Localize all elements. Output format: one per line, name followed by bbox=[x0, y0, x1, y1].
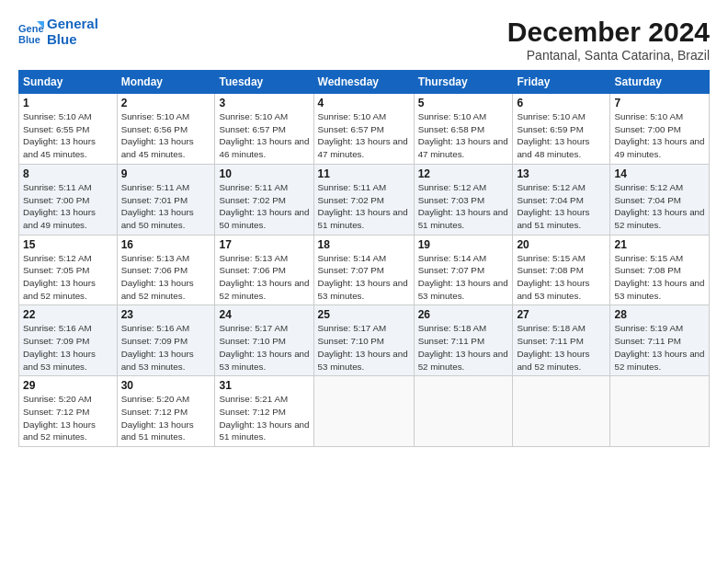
day-info: Sunrise: 5:10 AMSunset: 6:57 PMDaylight:… bbox=[219, 111, 309, 159]
list-item bbox=[513, 376, 610, 447]
list-item: 22 Sunrise: 5:16 AMSunset: 7:09 PMDaylig… bbox=[19, 305, 118, 376]
day-number: 15 bbox=[23, 238, 113, 251]
list-item: 25 Sunrise: 5:17 AMSunset: 7:10 PMDaylig… bbox=[313, 305, 414, 376]
list-item bbox=[313, 376, 414, 447]
list-item: 30 Sunrise: 5:20 AMSunset: 7:12 PMDaylig… bbox=[117, 376, 215, 447]
list-item: 15 Sunrise: 5:12 AMSunset: 7:05 PMDaylig… bbox=[19, 235, 118, 305]
day-number: 12 bbox=[418, 167, 509, 180]
day-number: 7 bbox=[614, 97, 705, 109]
list-item: 5 Sunrise: 5:10 AMSunset: 6:58 PMDayligh… bbox=[414, 94, 513, 165]
day-number: 4 bbox=[318, 97, 410, 109]
day-info: Sunrise: 5:10 AMSunset: 6:55 PMDaylight:… bbox=[23, 111, 96, 159]
day-number: 28 bbox=[614, 308, 705, 321]
day-number: 29 bbox=[23, 379, 113, 392]
list-item: 3 Sunrise: 5:10 AMSunset: 6:57 PMDayligh… bbox=[215, 94, 313, 165]
day-number: 25 bbox=[318, 308, 410, 321]
day-number: 23 bbox=[121, 308, 211, 321]
list-item: 2 Sunrise: 5:10 AMSunset: 6:56 PMDayligh… bbox=[117, 94, 215, 165]
day-number: 3 bbox=[219, 97, 309, 109]
list-item: 11 Sunrise: 5:11 AMSunset: 7:02 PMDaylig… bbox=[313, 164, 414, 235]
day-number: 16 bbox=[121, 238, 211, 251]
day-info: Sunrise: 5:14 AMSunset: 7:07 PMDaylight:… bbox=[418, 253, 508, 301]
day-info: Sunrise: 5:19 AMSunset: 7:11 PMDaylight:… bbox=[614, 323, 704, 371]
calendar-body: 1 Sunrise: 5:10 AMSunset: 6:55 PMDayligh… bbox=[19, 94, 710, 447]
day-info: Sunrise: 5:12 AMSunset: 7:04 PMDaylight:… bbox=[614, 182, 704, 230]
day-number: 30 bbox=[121, 379, 211, 392]
day-info: Sunrise: 5:20 AMSunset: 7:12 PMDaylight:… bbox=[23, 394, 96, 442]
list-item: 21 Sunrise: 5:15 AMSunset: 7:08 PMDaylig… bbox=[610, 235, 710, 305]
day-info: Sunrise: 5:12 AMSunset: 7:05 PMDaylight:… bbox=[23, 253, 96, 301]
day-number: 6 bbox=[517, 97, 606, 109]
day-info: Sunrise: 5:17 AMSunset: 7:10 PMDaylight:… bbox=[219, 323, 309, 371]
list-item: 29 Sunrise: 5:20 AMSunset: 7:12 PMDaylig… bbox=[19, 376, 118, 447]
logo-icon: General Blue bbox=[18, 19, 44, 45]
day-info: Sunrise: 5:10 AMSunset: 7:00 PMDaylight:… bbox=[614, 111, 704, 159]
day-info: Sunrise: 5:16 AMSunset: 7:09 PMDaylight:… bbox=[23, 323, 96, 371]
day-number: 8 bbox=[23, 167, 113, 180]
subtitle: Pantanal, Santa Catarina, Brazil bbox=[507, 48, 710, 63]
main-title: December 2024 bbox=[507, 17, 710, 48]
day-info: Sunrise: 5:18 AMSunset: 7:11 PMDaylight:… bbox=[517, 323, 589, 371]
day-info: Sunrise: 5:10 AMSunset: 6:59 PMDaylight:… bbox=[517, 111, 589, 159]
day-number: 20 bbox=[517, 238, 606, 251]
list-item: 10 Sunrise: 5:11 AMSunset: 7:02 PMDaylig… bbox=[215, 164, 313, 235]
list-item: 6 Sunrise: 5:10 AMSunset: 6:59 PMDayligh… bbox=[513, 94, 610, 165]
day-info: Sunrise: 5:12 AMSunset: 7:03 PMDaylight:… bbox=[418, 182, 508, 230]
list-item: 27 Sunrise: 5:18 AMSunset: 7:11 PMDaylig… bbox=[513, 305, 610, 376]
day-info: Sunrise: 5:13 AMSunset: 7:06 PMDaylight:… bbox=[121, 253, 194, 301]
day-info: Sunrise: 5:11 AMSunset: 7:02 PMDaylight:… bbox=[318, 182, 408, 230]
list-item: 20 Sunrise: 5:15 AMSunset: 7:08 PMDaylig… bbox=[513, 235, 610, 305]
table-row: 15 Sunrise: 5:12 AMSunset: 7:05 PMDaylig… bbox=[19, 235, 710, 305]
logo-line1: General bbox=[47, 17, 98, 32]
list-item: 31 Sunrise: 5:21 AMSunset: 7:12 PMDaylig… bbox=[215, 376, 313, 447]
table-row: 8 Sunrise: 5:11 AMSunset: 7:00 PMDayligh… bbox=[19, 164, 710, 235]
day-number: 19 bbox=[418, 238, 509, 251]
calendar-table: Sunday Monday Tuesday Wednesday Thursday… bbox=[18, 70, 710, 447]
day-info: Sunrise: 5:21 AMSunset: 7:12 PMDaylight:… bbox=[219, 394, 309, 442]
day-info: Sunrise: 5:11 AMSunset: 7:02 PMDaylight:… bbox=[219, 182, 309, 230]
day-info: Sunrise: 5:17 AMSunset: 7:10 PMDaylight:… bbox=[318, 323, 408, 371]
day-number: 9 bbox=[121, 167, 211, 180]
day-info: Sunrise: 5:11 AMSunset: 7:01 PMDaylight:… bbox=[121, 182, 194, 230]
list-item: 8 Sunrise: 5:11 AMSunset: 7:00 PMDayligh… bbox=[19, 164, 118, 235]
table-row: 22 Sunrise: 5:16 AMSunset: 7:09 PMDaylig… bbox=[19, 305, 710, 376]
list-item: 23 Sunrise: 5:16 AMSunset: 7:09 PMDaylig… bbox=[117, 305, 215, 376]
table-row: 1 Sunrise: 5:10 AMSunset: 6:55 PMDayligh… bbox=[19, 94, 710, 165]
day-number: 10 bbox=[219, 167, 309, 180]
col-monday: Monday bbox=[117, 71, 215, 94]
col-thursday: Thursday bbox=[414, 71, 513, 94]
day-info: Sunrise: 5:12 AMSunset: 7:04 PMDaylight:… bbox=[517, 182, 589, 230]
list-item: 17 Sunrise: 5:13 AMSunset: 7:06 PMDaylig… bbox=[215, 235, 313, 305]
list-item: 28 Sunrise: 5:19 AMSunset: 7:11 PMDaylig… bbox=[610, 305, 710, 376]
list-item bbox=[610, 376, 710, 447]
day-number: 24 bbox=[219, 308, 309, 321]
page: General Blue General Blue December 2024 … bbox=[0, 0, 728, 563]
day-info: Sunrise: 5:10 AMSunset: 6:57 PMDaylight:… bbox=[318, 111, 408, 159]
day-number: 2 bbox=[121, 97, 211, 109]
day-info: Sunrise: 5:20 AMSunset: 7:12 PMDaylight:… bbox=[121, 394, 194, 442]
list-item: 14 Sunrise: 5:12 AMSunset: 7:04 PMDaylig… bbox=[610, 164, 710, 235]
list-item: 13 Sunrise: 5:12 AMSunset: 7:04 PMDaylig… bbox=[513, 164, 610, 235]
title-section: December 2024 Pantanal, Santa Catarina, … bbox=[507, 17, 710, 63]
day-info: Sunrise: 5:13 AMSunset: 7:06 PMDaylight:… bbox=[219, 253, 309, 301]
list-item: 1 Sunrise: 5:10 AMSunset: 6:55 PMDayligh… bbox=[19, 94, 118, 165]
list-item bbox=[414, 376, 513, 447]
col-sunday: Sunday bbox=[19, 71, 118, 94]
day-number: 1 bbox=[23, 97, 113, 109]
day-number: 21 bbox=[614, 238, 705, 251]
list-item: 7 Sunrise: 5:10 AMSunset: 7:00 PMDayligh… bbox=[610, 94, 710, 165]
header: General Blue General Blue December 2024 … bbox=[18, 17, 710, 63]
day-info: Sunrise: 5:15 AMSunset: 7:08 PMDaylight:… bbox=[517, 253, 589, 301]
day-info: Sunrise: 5:15 AMSunset: 7:08 PMDaylight:… bbox=[614, 253, 704, 301]
col-saturday: Saturday bbox=[610, 71, 710, 94]
svg-text:Blue: Blue bbox=[18, 34, 40, 45]
list-item: 4 Sunrise: 5:10 AMSunset: 6:57 PMDayligh… bbox=[313, 94, 414, 165]
logo-line2: Blue bbox=[47, 32, 98, 48]
day-number: 18 bbox=[318, 238, 410, 251]
day-number: 14 bbox=[614, 167, 705, 180]
day-number: 26 bbox=[418, 308, 509, 321]
list-item: 9 Sunrise: 5:11 AMSunset: 7:01 PMDayligh… bbox=[117, 164, 215, 235]
day-info: Sunrise: 5:10 AMSunset: 6:56 PMDaylight:… bbox=[121, 111, 194, 159]
table-row: 29 Sunrise: 5:20 AMSunset: 7:12 PMDaylig… bbox=[19, 376, 710, 447]
day-info: Sunrise: 5:14 AMSunset: 7:07 PMDaylight:… bbox=[318, 253, 408, 301]
